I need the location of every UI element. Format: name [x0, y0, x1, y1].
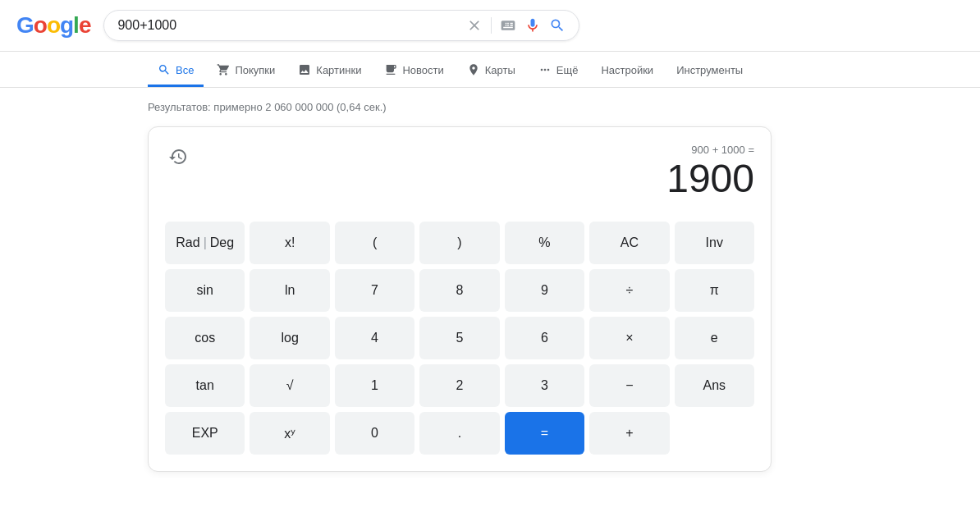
mode-separator: |	[204, 235, 207, 250]
logo-letter-g: G	[16, 12, 34, 39]
clear-search-button[interactable]	[466, 17, 483, 34]
close-paren-button[interactable]: )	[419, 222, 499, 264]
nav-tools-label: Инструменты	[676, 64, 743, 76]
history-button[interactable]	[165, 144, 191, 170]
logo-letter-g2: g	[60, 12, 73, 39]
nav-settings-label: Настройки	[601, 64, 653, 76]
nav-shopping-label: Покупки	[235, 64, 275, 76]
calculator-display: 900 + 1000 = 1900	[165, 144, 754, 208]
microphone-button[interactable]	[524, 17, 541, 34]
logo-letter-e: e	[79, 12, 91, 39]
calculator-expression: 900 + 1000 =	[666, 144, 754, 156]
rad-label: Rad	[176, 235, 199, 250]
exp-button[interactable]: EXP	[165, 412, 245, 455]
rad-deg-button[interactable]: Rad | Deg	[165, 222, 245, 264]
search-nav-icon	[158, 63, 171, 76]
pi-button[interactable]: π	[675, 269, 754, 312]
e-button[interactable]: e	[675, 317, 754, 359]
nav-item-news[interactable]: Новости	[374, 55, 453, 87]
keyboard-button[interactable]	[500, 17, 516, 34]
images-icon	[298, 63, 311, 76]
3-button[interactable]: 3	[505, 364, 584, 407]
nav-news-label: Новости	[402, 64, 443, 76]
search-divider	[491, 17, 492, 34]
deg-label: Deg	[210, 235, 234, 250]
calculator-result-area: 900 + 1000 = 1900	[666, 144, 754, 199]
calculator-result: 1900	[666, 159, 754, 199]
nav-item-tools[interactable]: Инструменты	[666, 56, 753, 87]
cos-button[interactable]: cos	[165, 317, 245, 359]
dot-button[interactable]: .	[419, 412, 499, 455]
nav-all-label: Все	[176, 64, 194, 76]
divide-button[interactable]: ÷	[589, 269, 669, 312]
0-button[interactable]: 0	[335, 412, 414, 455]
6-button[interactable]: 6	[505, 317, 584, 359]
nav-more-label: Ещё	[556, 64, 579, 76]
search-submit-button[interactable]	[549, 17, 566, 34]
more-icon	[538, 63, 552, 76]
sqrt-button[interactable]: √	[250, 364, 329, 407]
search-bar	[103, 10, 579, 41]
calculator-wrapper: 900 + 1000 = 1900 Rad | Deg x! ( ) % AC …	[0, 120, 980, 488]
9-button[interactable]: 9	[505, 269, 584, 312]
open-paren-button[interactable]: (	[335, 222, 414, 264]
8-button[interactable]: 8	[419, 269, 499, 312]
nav-item-settings[interactable]: Настройки	[591, 56, 663, 87]
logo-letter-o1: o	[34, 12, 47, 39]
ln-button[interactable]: ln	[250, 269, 329, 312]
search-input[interactable]	[117, 18, 458, 33]
4-button[interactable]: 4	[335, 317, 414, 359]
news-icon	[384, 63, 397, 76]
google-logo: Google	[16, 12, 90, 39]
header: Google	[0, 0, 980, 52]
ans-button[interactable]: Ans	[675, 364, 754, 407]
calculator: 900 + 1000 = 1900 Rad | Deg x! ( ) % AC …	[148, 126, 772, 472]
result-count: Результатов: примерно 2 060 000 000 (0,6…	[0, 88, 980, 120]
nav-item-images[interactable]: Картинки	[288, 55, 371, 87]
log-button[interactable]: log	[250, 317, 329, 359]
2-button[interactable]: 2	[419, 364, 499, 407]
tan-button[interactable]: tan	[165, 364, 245, 407]
5-button[interactable]: 5	[419, 317, 499, 359]
clear-icon	[466, 17, 483, 34]
nav-images-label: Картинки	[316, 64, 361, 76]
nav-maps-label: Карты	[485, 64, 515, 76]
7-button[interactable]: 7	[335, 269, 414, 312]
nav-item-all[interactable]: Все	[148, 55, 204, 87]
search-submit-icon	[549, 17, 566, 34]
microphone-icon	[524, 17, 541, 34]
keyboard-icon	[500, 17, 516, 34]
logo-letter-o2: o	[47, 12, 60, 39]
equals-button[interactable]: =	[505, 412, 584, 455]
shopping-icon	[217, 63, 230, 76]
sin-button[interactable]: sin	[165, 269, 245, 312]
multiply-button[interactable]: ×	[589, 317, 669, 359]
nav-item-shopping[interactable]: Покупки	[207, 55, 285, 87]
subtract-button[interactable]: −	[589, 364, 669, 407]
calculator-buttons: Rad | Deg x! ( ) % AC Inv sin ln 7 8 9 ÷…	[165, 222, 754, 455]
nav-item-maps[interactable]: Карты	[457, 55, 525, 87]
inv-button[interactable]: Inv	[675, 222, 754, 264]
power-button[interactable]: xʸ	[250, 412, 329, 455]
factorial-button[interactable]: x!	[250, 222, 329, 264]
percent-button[interactable]: %	[505, 222, 584, 264]
add-button[interactable]: +	[589, 412, 669, 455]
maps-icon	[467, 63, 480, 76]
nav-item-more[interactable]: Ещё	[529, 55, 588, 87]
logo-letter-l: l	[73, 12, 79, 39]
search-nav: Все Покупки Картинки Новости Карты Ещё Н…	[0, 52, 980, 88]
1-button[interactable]: 1	[335, 364, 414, 407]
clear-button[interactable]: AC	[589, 222, 669, 264]
history-icon	[168, 147, 188, 167]
